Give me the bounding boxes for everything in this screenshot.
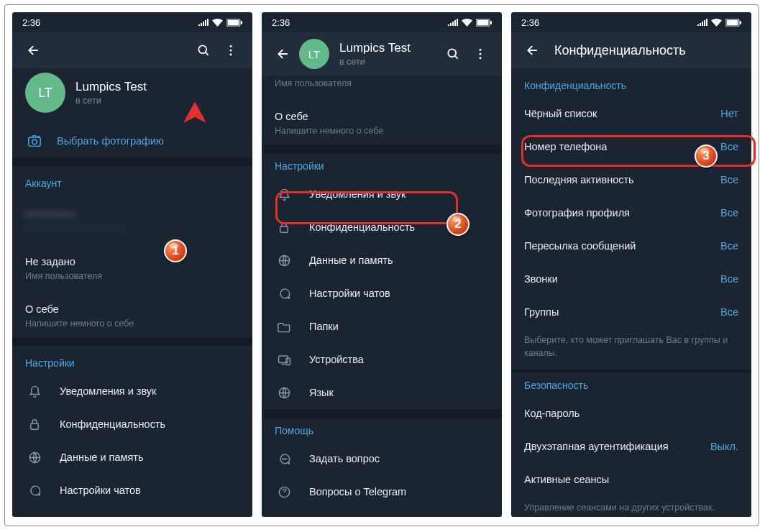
settings-section-title: Настройки: [262, 153, 502, 178]
profile-photo-row[interactable]: Фотография профиля Все: [511, 196, 751, 229]
battery-icon: [476, 19, 492, 27]
status-time: 2:36: [272, 17, 290, 28]
forwarded-row[interactable]: Пересылка сообщений Все: [511, 229, 751, 262]
passcode-row[interactable]: Код-пароль: [511, 397, 751, 430]
folders-row[interactable]: Папки: [12, 507, 252, 517]
signal-icon: [697, 19, 707, 26]
svg-rect-9: [31, 423, 39, 429]
calls-row[interactable]: Звонки Все: [511, 262, 751, 295]
svg-point-16: [448, 49, 456, 57]
groups-row[interactable]: Группы Все: [511, 295, 751, 329]
battery-icon: [226, 19, 242, 27]
notifications-row[interactable]: Уведомления и звук: [12, 375, 252, 408]
svg-point-5: [230, 50, 232, 52]
step-badge-2: 2: [446, 213, 469, 236]
profile-name: Lumpics Test: [75, 80, 242, 94]
phone-screen-1: 2:36 LT Lumpics Test в сети: [12, 12, 252, 517]
step-badge-3: 3: [695, 145, 718, 168]
data-row[interactable]: Данные и память: [12, 441, 252, 474]
svg-rect-1: [228, 19, 239, 25]
svg-rect-15: [490, 21, 492, 24]
folders-row[interactable]: Папки: [262, 310, 502, 343]
help-section-title: Помощь: [262, 418, 502, 442]
step-badge-1: 1: [164, 239, 187, 262]
status-icons: [448, 19, 492, 27]
svg-point-19: [480, 57, 482, 59]
signal-icon: [198, 19, 209, 26]
profile-status: в сети: [75, 96, 242, 106]
security-section-title: Безопасность: [511, 372, 751, 397]
faq-row[interactable]: Вопросы о Telegram: [262, 475, 502, 508]
data-icon: [275, 254, 293, 267]
lock-icon: [275, 221, 293, 234]
username-sub: Имя пользователя: [262, 75, 502, 97]
profile-status: в сети: [339, 57, 440, 67]
privacy-section-title: Конфиденциальность: [511, 68, 751, 97]
chat-settings-row[interactable]: Настройки чатов: [12, 474, 252, 507]
sessions-row[interactable]: Активные сеансы: [511, 463, 751, 496]
profile-name: Lumpics Test: [339, 41, 440, 55]
status-icons: [697, 19, 741, 27]
svg-point-27: [285, 459, 286, 459]
search-button[interactable]: [440, 41, 466, 67]
screen-title: Конфиденциальность: [554, 43, 743, 58]
phone-screen-2: 2:36 LT Lumpics Test в сети Имя пользова…: [262, 12, 502, 517]
choose-photo-button[interactable]: Выбрать фотографию: [12, 124, 252, 157]
svg-rect-30: [727, 19, 738, 25]
about-row[interactable]: О себе: [12, 290, 252, 323]
help-icon: [275, 485, 293, 499]
wifi-icon: [462, 19, 472, 27]
privacy-row[interactable]: Конфиденциальность: [12, 408, 252, 441]
lock-icon: [25, 418, 44, 431]
svg-point-26: [284, 459, 285, 459]
signal-icon: [448, 19, 458, 26]
data-row[interactable]: Данные и память: [262, 244, 502, 277]
avatar[interactable]: LT: [25, 73, 65, 113]
blocked-users-row[interactable]: Чёрный список Нет: [511, 97, 751, 130]
back-button[interactable]: [21, 37, 47, 63]
svg-point-6: [230, 53, 232, 55]
language-row[interactable]: Язык: [262, 376, 502, 409]
status-time: 2:36: [521, 17, 539, 28]
svg-rect-31: [740, 21, 741, 24]
chat-icon: [275, 452, 293, 466]
folder-icon: [275, 321, 293, 333]
ask-question-row[interactable]: Задать вопрос: [262, 442, 502, 475]
back-button[interactable]: [270, 41, 296, 67]
globe-icon: [275, 386, 293, 400]
about-row[interactable]: О себе: [262, 97, 502, 130]
devices-icon: [275, 354, 293, 366]
last-seen-row[interactable]: Последняя активность Все: [511, 163, 751, 196]
search-button[interactable]: [191, 37, 216, 63]
svg-point-8: [32, 139, 37, 145]
two-step-row[interactable]: Двухэтапная аутентификация Выкл.: [511, 430, 751, 463]
more-button[interactable]: [218, 37, 244, 63]
chat-icon: [275, 287, 293, 301]
wifi-icon: [212, 19, 223, 27]
status-icons: [198, 19, 242, 27]
avatar[interactable]: LT: [299, 39, 329, 69]
svg-point-4: [230, 45, 232, 47]
camera-icon: [25, 134, 44, 147]
tutorial-frame: 2:36 LT Lumpics Test в сети: [4, 4, 759, 526]
policy-row[interactable]: Политика конфиденциальности: [262, 508, 502, 517]
chat-icon: [25, 484, 44, 497]
profile-header: LT Lumpics Test в сети: [12, 68, 252, 124]
devices-row[interactable]: Устройства: [262, 343, 502, 376]
notifications-row[interactable]: Уведомления и звук: [262, 178, 502, 211]
username-row[interactable]: Не задано: [12, 242, 252, 275]
groups-hint: Выберите, кто может приглашать Вас в гру…: [511, 329, 751, 370]
data-icon: [25, 451, 44, 464]
more-button[interactable]: [467, 41, 493, 67]
chat-settings-row[interactable]: Настройки чатов: [262, 277, 502, 310]
back-button[interactable]: [520, 37, 546, 63]
sessions-hint: Управление сеансами на других устройства…: [511, 496, 751, 517]
svg-point-3: [198, 45, 206, 53]
status-time: 2:36: [22, 17, 40, 28]
svg-point-18: [480, 53, 482, 55]
status-bar: 2:36: [262, 12, 502, 32]
svg-rect-2: [241, 21, 242, 24]
toolbar: LT Lumpics Test в сети: [262, 32, 502, 75]
bell-icon: [275, 188, 293, 201]
svg-rect-20: [280, 226, 288, 232]
